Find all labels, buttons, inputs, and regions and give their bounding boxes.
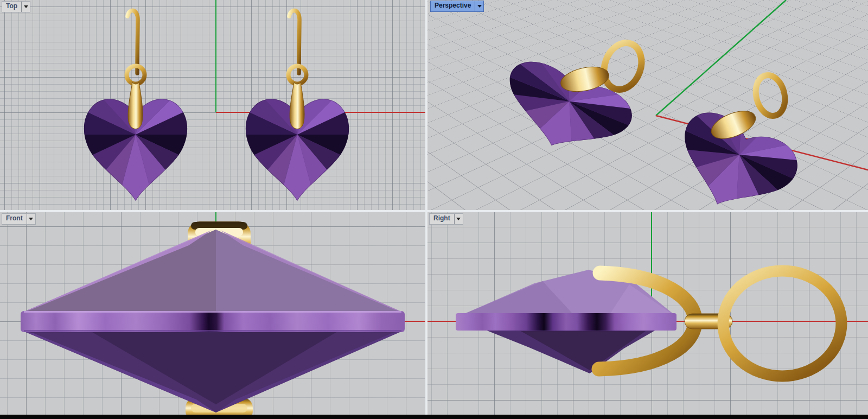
viewport-title[interactable]: Right	[430, 214, 454, 224]
viewport-tab-front[interactable]: Front	[2, 213, 36, 225]
viewport-tab-top[interactable]: Top	[2, 1, 30, 12]
connector-link	[685, 314, 732, 329]
bail-side	[599, 273, 695, 369]
chevron-down-icon[interactable]	[454, 214, 463, 224]
chevron-down-icon[interactable]	[475, 1, 483, 11]
crystal-bottom-half	[21, 330, 405, 412]
earring-left	[27, 10, 244, 210]
crystal-side-profile	[456, 270, 676, 373]
viewport-title[interactable]: Front	[2, 214, 27, 224]
chevron-down-icon[interactable]	[27, 214, 35, 224]
rhino-viewport-grid: Top Perspective	[0, 0, 868, 419]
viewport-perspective[interactable]: Perspective	[427, 0, 868, 210]
viewport-title[interactable]: Perspective	[431, 1, 475, 11]
viewport-tab-right[interactable]: Right	[429, 213, 463, 225]
top-view-scene	[0, 0, 425, 210]
bail-bead-top	[188, 221, 251, 255]
viewport-title[interactable]: Top	[2, 2, 21, 12]
viewport-tab-perspective[interactable]: Perspective	[430, 1, 484, 12]
viewport-top[interactable]: Top	[0, 0, 425, 210]
viewport-right[interactable]: Right	[427, 212, 868, 415]
viewport-front[interactable]: Front	[0, 212, 425, 415]
viewport-divider-horizontal[interactable]	[0, 210, 868, 212]
viewport-divider-vertical[interactable]	[425, 0, 427, 415]
bail-bead-bottom	[186, 398, 253, 415]
bottom-bar	[0, 415, 868, 419]
chevron-down-icon[interactable]	[21, 2, 30, 12]
perspective-grid	[427, 0, 868, 210]
crystal-girdle	[21, 311, 405, 332]
front-view-scene	[0, 212, 425, 415]
right-view-scene	[427, 212, 868, 415]
jump-ring-side	[723, 271, 841, 376]
crystal-top-half	[21, 230, 405, 313]
earring-right	[189, 10, 406, 210]
